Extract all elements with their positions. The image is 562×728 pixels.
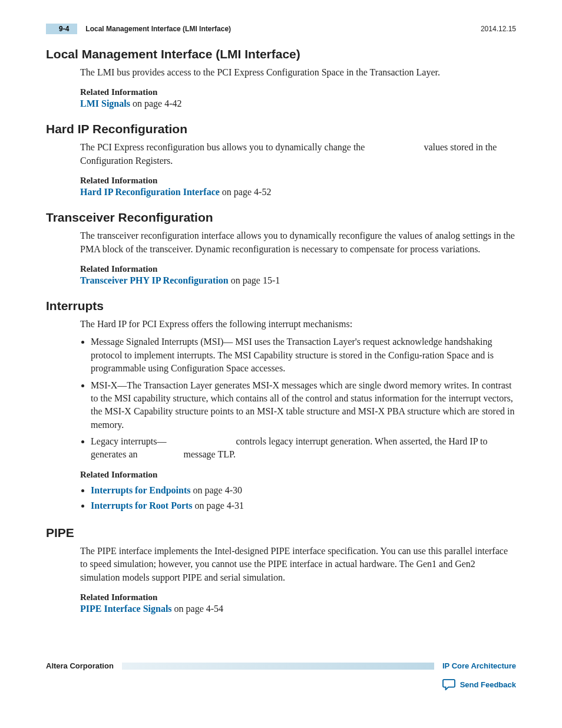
footer-corp: Altera Corporation [46, 661, 114, 670]
section-heading-pipe: PIPE [46, 526, 516, 540]
header-date: 2014.12.15 [481, 25, 516, 33]
ip-core-arch-link[interactable]: IP Core Architecture [442, 661, 516, 670]
section-heading-hardip: Hard IP Reconfiguration [46, 122, 516, 136]
hardip-reconfig-tail: on page 4-52 [220, 187, 272, 197]
interrupts-rootports-tail: on page 4-31 [193, 500, 244, 510]
interrupts-endpoints-link[interactable]: Interrupts for Endpoints [91, 485, 191, 495]
related-info-heading: Related Information [80, 87, 516, 97]
lmi-signals-tail: on page 4-42 [130, 98, 182, 108]
related-info-heading: Related Information [80, 264, 516, 274]
page-number-badge: 9-4 [46, 24, 77, 34]
pipe-signals-tail: on page 4-54 [172, 604, 224, 614]
related-info-heading: Related Information [80, 176, 516, 186]
interrupts-rootports-link[interactable]: Interrupts for Root Ports [91, 500, 193, 510]
lmi-body: The LMI bus provides access to the PCI E… [80, 66, 516, 79]
page-header: 9-4 Local Management Interface (LMI Inte… [46, 24, 516, 34]
interrupt-bullet-msi: Message Signaled Interrupts (MSI)— MSI u… [91, 335, 516, 375]
footer-bar: Altera Corporation IP Core Architecture [46, 661, 516, 670]
section-heading-lmi: Local Management Interface (LMI Interfac… [46, 47, 516, 61]
interrupts-intro: The Hard IP for PCI Express offers the f… [80, 318, 516, 331]
xcvr-reconfig-tail: on page 15-1 [229, 275, 280, 285]
hardip-reconfig-link[interactable]: Hard IP Reconfiguration Interface [80, 187, 220, 197]
interrupt-bullet-legacy: Legacy interrupts—controls legacy interr… [91, 435, 516, 462]
lmi-signals-link[interactable]: LMI Signals [80, 98, 130, 108]
legacy-c: message TLP. [184, 449, 236, 459]
feedback-icon [442, 678, 455, 690]
pipe-signals-link[interactable]: PIPE Interface Signals [80, 604, 172, 614]
legacy-a: Legacy interrupts— [91, 436, 166, 446]
running-title: Local Management Interface (LMI Interfac… [85, 25, 231, 33]
section-heading-xcvr: Transceiver Reconfiguration [46, 210, 516, 225]
section-heading-interrupts: Interrupts [46, 299, 516, 313]
footer-stripe [122, 663, 434, 670]
pipe-body: The PIPE interface implements the Intel‑… [80, 545, 516, 584]
interrupt-bullet-msix: MSI-X—The Transaction Layer generates MS… [91, 379, 516, 432]
hardip-body: The PCI Express reconfiguration bus allo… [80, 141, 516, 167]
send-feedback-link[interactable]: Send Feedback [460, 680, 516, 689]
hardip-body-a: The PCI Express reconfiguration bus allo… [80, 142, 367, 152]
xcvr-reconfig-link[interactable]: Transceiver PHY IP Reconfiguration [80, 275, 229, 285]
related-info-heading: Related Information [80, 470, 516, 480]
related-info-heading: Related Information [80, 592, 516, 602]
interrupts-endpoints-tail: on page 4-30 [191, 485, 243, 495]
xcvr-body: The transceiver reconfiguration interfac… [80, 229, 516, 256]
